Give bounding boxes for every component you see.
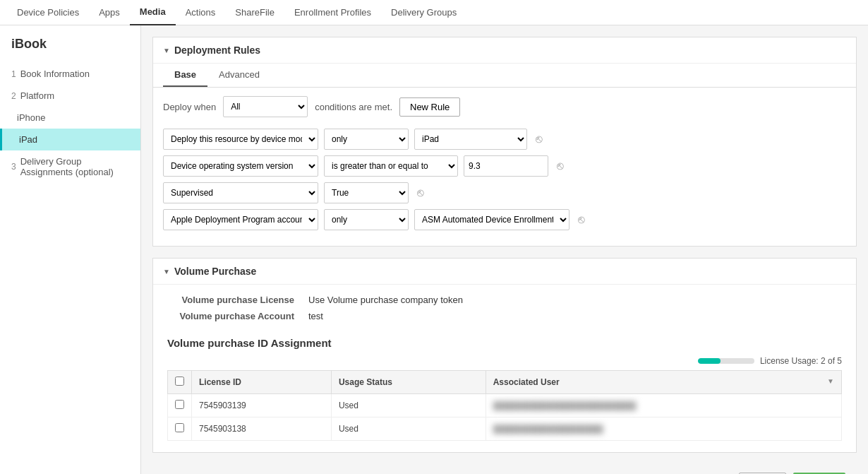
row-2-associated-user: ████████████████████ (486, 417, 841, 441)
deployment-tabs: Base Advanced (153, 64, 856, 88)
sidebar-iphone[interactable]: iPhone (0, 107, 140, 129)
rule-1-field-select[interactable]: Deploy this resource by device model (163, 129, 318, 150)
rule-2-field-select[interactable]: Device operating system version (163, 155, 318, 177)
nav-sharefile[interactable]: ShareFile (225, 0, 284, 25)
rule-row-3: Supervised True ⎋ (163, 182, 846, 203)
col-license-id: License ID (192, 371, 332, 394)
row-1-associated-user: ██████████████████████████ (486, 394, 841, 417)
nav-delivery-groups[interactable]: Delivery Groups (381, 0, 466, 25)
main-content: ▼ Deployment Rules Base Advanced Deploy … (141, 25, 868, 474)
license-usage-row: License Usage: 2 of 5 (167, 356, 842, 366)
volume-purchase-content: Volume purchase License Use Volume purch… (153, 285, 856, 337)
rule-row-1: Deploy this resource by device model onl… (163, 129, 846, 150)
nav-device-policies[interactable]: Device Policies (7, 0, 89, 25)
volume-collapse-arrow-icon: ▼ (163, 268, 170, 275)
rule-4-field-select[interactable]: Apple Deployment Program account name (163, 209, 318, 230)
new-rule-button[interactable]: New Rule (399, 97, 460, 117)
volume-account-row: Volume purchase Account test (167, 311, 842, 321)
conditions-met-text: conditions are met. (315, 102, 392, 112)
row-1-checkbox[interactable] (175, 400, 184, 409)
sidebar-ipad[interactable]: iPad (0, 129, 140, 150)
collapse-arrow-icon: ▼ (163, 47, 170, 54)
usage-bar-fill (698, 358, 721, 364)
main-layout: iBook 1 Book Information 2 Platform iPho… (0, 25, 868, 474)
volume-license-value: Use Volume purchase company token (308, 295, 463, 305)
rule-row-4: Apple Deployment Program account name on… (163, 209, 846, 230)
row-2-license-id: 7545903138 (192, 417, 332, 441)
deployment-rules-block: ▼ Deployment Rules Base Advanced Deploy … (152, 37, 857, 247)
license-table-header: License ID Usage Status Associated User … (168, 371, 842, 394)
step-2-num: 2 (11, 91, 16, 101)
row-1-user-blurred: ██████████████████████████ (493, 401, 637, 410)
select-all-checkbox[interactable] (175, 377, 184, 386)
sidebar-platform-label: Platform (20, 90, 54, 101)
sort-icon: ▼ (827, 377, 834, 385)
table-row-1: 7545903139 Used ████████████████████████… (168, 394, 842, 417)
usage-bar-container (698, 358, 754, 364)
volume-account-label: Volume purchase Account (167, 311, 294, 321)
license-table: License ID Usage Status Associated User … (167, 370, 842, 441)
header-checkbox-cell (168, 371, 192, 394)
rule-4-operator-select[interactable]: only (324, 209, 409, 230)
license-usage-text: License Usage: 2 of 5 (760, 356, 842, 366)
deployment-rules-header[interactable]: ▼ Deployment Rules (153, 37, 856, 64)
rule-4-value-select[interactable]: ASM Automated Device Enrollment (414, 209, 569, 230)
rule-3-field-select[interactable]: Supervised (163, 182, 318, 203)
rule-1-operator-select[interactable]: only (324, 129, 409, 150)
sidebar: iBook 1 Book Information 2 Platform iPho… (0, 25, 141, 474)
volume-account-value: test (308, 311, 323, 321)
license-table-body: 7545903139 Used ████████████████████████… (168, 394, 842, 441)
nav-actions[interactable]: Actions (176, 0, 226, 25)
rule-4-remove-icon[interactable]: ⎋ (578, 213, 585, 226)
deployment-rules-title: Deployment Rules (174, 45, 260, 56)
volume-license-row: Volume purchase License Use Volume purch… (167, 295, 842, 305)
volume-purchase-header[interactable]: ▼ Volume Purchase (153, 259, 856, 285)
rule-1-value-select[interactable]: iPad (414, 129, 527, 150)
rule-rows-container: Deploy this resource by device model onl… (153, 126, 856, 246)
rule-2-remove-icon[interactable]: ⎋ (557, 160, 564, 172)
volume-purchase-title: Volume Purchase (174, 266, 256, 277)
volume-purchase-block: ▼ Volume Purchase Volume purchase Licens… (152, 258, 857, 453)
row-2-checkbox-cell (168, 417, 192, 441)
nav-apps[interactable]: Apps (89, 0, 130, 25)
tab-base[interactable]: Base (163, 64, 207, 87)
rule-2-value-input[interactable] (464, 155, 548, 177)
rule-row-2: Device operating system version is great… (163, 155, 846, 177)
rule-1-remove-icon[interactable]: ⎋ (536, 133, 543, 146)
rule-3-operator-select[interactable]: True (324, 182, 409, 203)
deploy-when-label: Deploy when (163, 102, 216, 112)
table-row-2: 7545903138 Used ████████████████████ (168, 417, 842, 441)
step-3-num: 3 (11, 162, 16, 172)
row-1-checkbox-cell (168, 394, 192, 417)
sidebar-delivery-groups[interactable]: 3 Delivery Group Assignments (optional) (0, 150, 140, 183)
nav-enrollment-profiles[interactable]: Enrollment Profiles (284, 0, 381, 25)
deploy-when-row: Deploy when All conditions are met. New … (153, 88, 856, 126)
table-header-row: License ID Usage Status Associated User … (168, 371, 842, 394)
tab-advanced[interactable]: Advanced (207, 64, 271, 87)
volume-license-label: Volume purchase License (167, 295, 294, 305)
footer-bar: Back Next > (152, 464, 857, 474)
row-2-checkbox[interactable] (175, 423, 184, 432)
top-nav: Device Policies Apps Media Actions Share… (0, 0, 868, 25)
nav-media[interactable]: Media (130, 0, 176, 25)
row-2-usage-status: Used (331, 417, 486, 441)
sidebar-book-info-label: Book Information (20, 69, 90, 79)
sidebar-title: iBook (0, 37, 140, 63)
row-1-usage-status: Used (331, 394, 486, 417)
col-usage-status: Usage Status (331, 371, 486, 394)
sidebar-delivery-label: Delivery Group Assignments (optional) (20, 156, 129, 177)
col-associated-user: Associated User ▼ (486, 371, 841, 394)
vp-id-title: Volume purchase ID Assignment (167, 337, 842, 349)
deploy-when-select[interactable]: All (223, 96, 308, 117)
sidebar-platform[interactable]: 2 Platform (0, 85, 140, 107)
row-1-license-id: 7545903139 (192, 394, 332, 417)
rule-3-remove-icon[interactable]: ⎋ (417, 186, 424, 199)
step-1-num: 1 (11, 69, 16, 79)
vp-id-section: Volume purchase ID Assignment License Us… (153, 337, 856, 452)
rule-2-operator-select[interactable]: is greater than or equal to (324, 155, 458, 177)
sidebar-book-information[interactable]: 1 Book Information (0, 63, 140, 85)
row-2-user-blurred: ████████████████████ (493, 425, 603, 433)
